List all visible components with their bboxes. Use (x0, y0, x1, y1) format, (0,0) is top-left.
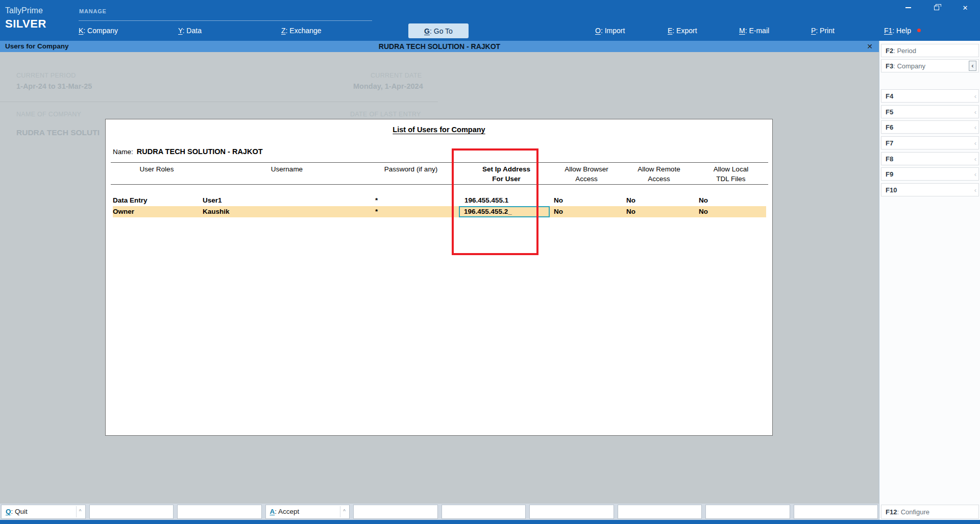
sidebar-item-f4[interactable]: F4‹ (881, 89, 979, 103)
table-row: Data Entry User1 * 196.455.455.1 No No N… (106, 195, 772, 206)
menu-item-exchange[interactable]: Z: Exchange (281, 27, 322, 35)
app-brand: TallyPrime (5, 6, 43, 15)
current-period-value: 1-Apr-24 to 31-Mar-25 (16, 82, 92, 90)
ip-address-field[interactable]: 196.455.455.1 (464, 195, 508, 206)
allow-local-tdl-field[interactable]: No (699, 206, 708, 217)
sidebar-item-f7[interactable]: F7‹ (881, 136, 979, 149)
ip-address-input-active[interactable]: 196.455.455.2_ (459, 206, 550, 217)
allow-remote-field[interactable]: No (626, 195, 635, 206)
bottombar-slot (705, 505, 790, 519)
quit-button[interactable]: Q: Quit^ (1, 505, 86, 519)
menu-item-import[interactable]: O: Import (595, 27, 625, 35)
window-restore-button[interactable] (928, 1, 945, 14)
screen-close-button[interactable]: ✕ (867, 41, 873, 52)
bottombar-slot (618, 505, 702, 519)
bottom-accent-strip (0, 520, 980, 524)
help-notification-dot (917, 29, 921, 32)
username-field[interactable]: User1 (203, 195, 222, 206)
menu-item-help[interactable]: F1: Help (884, 27, 911, 35)
header-bottom-rule (111, 184, 768, 185)
allow-browser-field[interactable]: No (554, 195, 563, 206)
bottombar-slot (177, 505, 262, 519)
sidebar-item-f5[interactable]: F5‹ (881, 105, 979, 118)
name-of-company-label: NAME OF COMPANY (16, 111, 81, 118)
dialog-title: List of Users for Company (106, 126, 772, 134)
chevron-left-icon: ‹ (974, 139, 976, 147)
bottombar-slot (89, 505, 174, 519)
current-period-label: CURRENT PERIOD (16, 72, 76, 79)
menu-item-company[interactable]: K: Company (79, 27, 118, 35)
chevron-left-icon: ‹ (974, 92, 976, 100)
app-edition: SILVER (5, 17, 46, 31)
password-field[interactable]: * (375, 195, 378, 206)
company-title: RUDRA TECH SOLUTION - RAJKOT (0, 41, 879, 52)
menu-item-print[interactable]: P: Print (811, 27, 835, 35)
date-of-last-entry-label: DATE OF LAST ENTRY (350, 111, 421, 118)
sidebar-item-f8[interactable]: F8‹ (881, 152, 979, 165)
allow-browser-field[interactable]: No (554, 206, 563, 217)
text-cursor: _ (508, 208, 512, 215)
column-header-set-ip-address: Set Ip Address For User (482, 164, 530, 184)
password-field[interactable]: * (375, 206, 378, 217)
sidebar-item-f3-company[interactable]: F3: Company‹ (881, 59, 979, 72)
close-icon: ✕ (963, 4, 968, 12)
column-header-allow-browser-access: Allow Browser Access (565, 164, 608, 184)
sidebar-item-f12-configure[interactable]: F12: Configure (881, 505, 979, 519)
company-name-value: RUDRA TECH SOLUTI (16, 128, 100, 137)
accept-button[interactable]: A: Accept^ (265, 505, 350, 519)
minimize-icon (905, 7, 911, 8)
menu-item-goto[interactable]: G: Go To (408, 23, 469, 38)
gateway-divider (0, 102, 438, 102)
expand-caret-icon[interactable]: ^ (76, 506, 84, 517)
menu-group-label: MANAGE (79, 8, 107, 14)
column-header-username: Username (271, 164, 303, 174)
chevron-left-icon: ‹ (974, 186, 976, 194)
screen-title-bar: Users for Company RUDRA TECH SOLUTION - … (0, 41, 879, 52)
top-app-bar: TallyPrime SILVER MANAGE K: Company Y: D… (0, 0, 980, 41)
header-top-rule (111, 162, 768, 163)
menu-group-divider (79, 20, 372, 21)
username-field[interactable]: Kaushik (203, 206, 230, 217)
bottombar-slot (353, 505, 438, 519)
chevron-left-icon: ‹ (974, 108, 976, 116)
restore-icon (934, 6, 939, 10)
chevron-left-icon: ‹ (974, 123, 976, 131)
column-header-password: Password (if any) (384, 164, 437, 174)
user-role-field[interactable]: Owner (113, 206, 134, 217)
column-header-allow-remote-access: Allow Remote Access (638, 164, 680, 184)
list-of-users-dialog: List of Users for Company Name:RUDRA TEC… (105, 119, 773, 436)
allow-local-tdl-field[interactable]: No (699, 195, 708, 206)
company-name-row: Name:RUDRA TECH SOLUTION - RAJKOT (113, 147, 263, 156)
menu-item-data[interactable]: Y: Data (178, 27, 202, 35)
column-header-allow-local-tdl: Allow Local TDL Files (714, 164, 748, 184)
allow-remote-field[interactable]: No (626, 206, 635, 217)
sidebar-item-f6[interactable]: F6‹ (881, 120, 979, 134)
window-minimize-button[interactable] (899, 1, 917, 14)
sidebar-item-f9[interactable]: F9‹ (881, 167, 979, 181)
chevron-left-icon[interactable]: ‹ (969, 61, 976, 71)
name-value: RUDRA TECH SOLUTION - RAJKOT (137, 147, 263, 156)
function-key-sidebar: F2: Period F3: Company‹ F4‹ F5‹ F6‹ F7‹ … (879, 41, 980, 520)
window-close-button[interactable]: ✕ (957, 1, 974, 14)
menu-item-export[interactable]: E: Export (668, 27, 697, 35)
chevron-left-icon: ‹ (974, 170, 976, 178)
chevron-left-icon: ‹ (974, 155, 976, 163)
sidebar-item-f10[interactable]: F10‹ (881, 183, 979, 196)
bottombar-slot (529, 505, 614, 519)
bottombar-slot (794, 505, 878, 519)
name-label: Name: (113, 148, 133, 156)
close-icon: ✕ (867, 42, 873, 51)
column-header-user-roles: User Roles (140, 164, 174, 174)
sidebar-item-f2-period[interactable]: F2: Period (881, 44, 979, 57)
current-date-value: Monday, 1-Apr-2024 (353, 82, 423, 90)
menu-item-email[interactable]: M: E-mail (739, 27, 769, 35)
table-row-selected: Owner Kaushik * 196.455.455.2_ No No No (106, 206, 772, 217)
expand-caret-icon[interactable]: ^ (340, 506, 348, 517)
current-date-label: CURRENT DATE (371, 72, 422, 79)
user-role-field[interactable]: Data Entry (113, 195, 148, 206)
bottom-button-bar: Q: Quit^ A: Accept^ (0, 504, 879, 520)
bottombar-slot (442, 505, 526, 519)
